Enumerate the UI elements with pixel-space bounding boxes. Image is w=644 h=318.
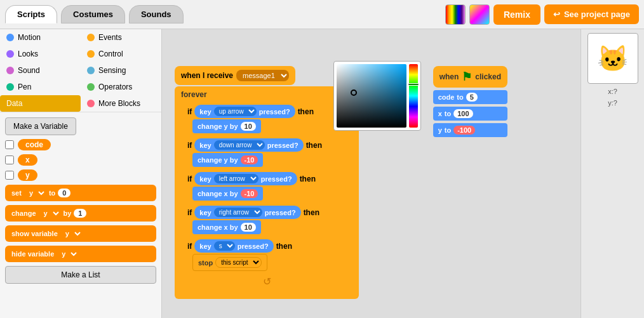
block-set-y[interactable]: set y to 0 xyxy=(5,185,156,201)
if-left-block[interactable]: if key left arrow pressed? then change x… xyxy=(177,170,356,202)
set-y-neg-label: y xyxy=(438,126,442,134)
events-dot xyxy=(87,34,95,41)
tab-scripts[interactable]: Scripts xyxy=(5,5,57,23)
category-operators-label: Operators xyxy=(98,83,132,91)
color-swatch-solid[interactable] xyxy=(469,4,490,25)
x-val: 100 xyxy=(453,109,473,118)
action-stop[interactable]: stop this script xyxy=(192,254,267,271)
hue-slider[interactable] xyxy=(409,64,418,128)
condition-s[interactable]: key s pressed? xyxy=(194,239,273,253)
category-sensing[interactable]: Sensing xyxy=(81,62,161,79)
condition-up[interactable]: key up arrow pressed? xyxy=(194,105,295,118)
sprite-y: y:? xyxy=(608,99,617,107)
category-sensing-label: Sensing xyxy=(98,66,126,75)
condition-right[interactable]: key right arrow pressed? xyxy=(194,206,300,219)
var-row-code: code xyxy=(5,139,156,150)
category-more[interactable]: More Blocks xyxy=(81,95,161,112)
block-change-y[interactable]: change y by 1 xyxy=(5,205,156,222)
var-checkbox-x[interactable] xyxy=(5,156,14,164)
action-down[interactable]: change y by -10 xyxy=(192,153,263,167)
if-right-block[interactable]: if key right arrow pressed? then change … xyxy=(177,204,356,236)
hide-var-label: hide variable xyxy=(11,250,54,258)
looks-dot xyxy=(6,50,14,58)
category-operators[interactable]: Operators xyxy=(81,79,161,95)
if-s-block[interactable]: if key s pressed? then stop this script xyxy=(177,237,356,273)
category-control[interactable]: Control xyxy=(81,46,161,62)
forever-label: forever xyxy=(177,89,356,102)
hide-var-select[interactable]: y xyxy=(57,249,79,259)
var-checkbox-code[interactable] xyxy=(5,140,14,149)
pressed-label-2: pressed? xyxy=(267,142,299,149)
show-var-select[interactable]: y xyxy=(60,229,83,239)
action-left[interactable]: change x by -10 xyxy=(192,187,263,201)
var-badge-x[interactable]: x xyxy=(18,154,37,166)
if-label-2: if xyxy=(187,141,192,150)
stop-label: stop xyxy=(198,259,213,267)
if-up-row: if key up arrow pressed? then xyxy=(187,105,354,118)
category-looks[interactable]: Looks xyxy=(0,46,81,62)
stop-select[interactable]: this script xyxy=(215,257,262,268)
action-up[interactable]: change y by 10 xyxy=(192,119,261,133)
key-select-up[interactable]: up arrow xyxy=(214,107,257,116)
remix-button[interactable]: Remix xyxy=(493,4,540,25)
block-green-flag[interactable]: when ⚑ clicked xyxy=(433,66,507,88)
key-select-left[interactable]: left arrow xyxy=(214,174,258,183)
block-set-code[interactable]: code to 5 xyxy=(433,90,507,104)
then-label-1: then xyxy=(298,107,314,116)
block-set-y-neg[interactable]: y to -100 xyxy=(433,123,507,137)
var-badge-y[interactable]: y xyxy=(18,169,37,181)
condition-left[interactable]: key left arrow pressed? xyxy=(194,172,297,185)
see-project-button[interactable]: ↩ See project page xyxy=(544,4,639,24)
sensing-dot xyxy=(87,67,95,74)
then-label-2: then xyxy=(306,141,322,150)
pressed-label: pressed? xyxy=(259,108,290,116)
then-label-5: then xyxy=(276,242,292,251)
if-label-3: if xyxy=(187,175,192,183)
key-label-2: key xyxy=(199,142,211,149)
if-down-block[interactable]: if key down arrow pressed? then change y… xyxy=(177,136,356,169)
key-select-down[interactable]: down arrow xyxy=(214,140,265,150)
category-events[interactable]: Events xyxy=(81,29,161,46)
if-label-4: if xyxy=(187,208,192,217)
color-picker[interactable] xyxy=(333,61,421,131)
block-when-receive[interactable]: when I receive message1 xyxy=(175,66,295,85)
change-var-select[interactable]: y xyxy=(39,208,61,218)
color-swatch-rainbow[interactable] xyxy=(445,4,466,25)
category-sound[interactable]: Sound xyxy=(0,62,81,79)
message-select[interactable]: message1 xyxy=(236,70,289,81)
key-select-right[interactable]: right arrow xyxy=(214,208,262,217)
set-y-neg-to: to xyxy=(445,126,451,134)
category-control-label: Control xyxy=(98,50,123,58)
set-x-label: x xyxy=(438,110,442,117)
category-pen[interactable]: Pen xyxy=(0,79,81,95)
control-dot xyxy=(87,50,95,58)
if-label-5: if xyxy=(187,242,192,251)
tab-costumes[interactable]: Costumes xyxy=(61,5,125,23)
pen-dot xyxy=(6,83,14,91)
color-spectrum[interactable] xyxy=(337,64,406,128)
if-right-row: if key right arrow pressed? then xyxy=(187,206,354,219)
set-code-to: to xyxy=(457,93,463,101)
category-motion[interactable]: Motion xyxy=(0,29,81,46)
block-show-variable[interactable]: show variable y xyxy=(5,225,156,242)
block-hide-variable[interactable]: hide variable y xyxy=(5,246,156,262)
make-list-button[interactable]: Make a List xyxy=(5,266,156,284)
var-badge-code[interactable]: code xyxy=(18,139,51,150)
set-var-select[interactable]: y xyxy=(24,188,46,198)
key-label: key xyxy=(199,108,211,116)
var-checkbox-y[interactable] xyxy=(5,171,14,180)
forever-block[interactable]: forever if key up arrow pressed? then ch… xyxy=(175,86,359,299)
if-up-block[interactable]: if key up arrow pressed? then change y b… xyxy=(177,103,356,135)
then-label-4: then xyxy=(304,208,319,217)
condition-down[interactable]: key down arrow pressed? xyxy=(194,138,303,152)
action-right[interactable]: change x by 10 xyxy=(192,220,261,234)
val-10-right: 10 xyxy=(241,223,256,232)
val-neg10-left: -10 xyxy=(241,189,258,198)
make-variable-button[interactable]: Make a Variable xyxy=(5,117,76,135)
loop-arrow: ↺ xyxy=(177,275,356,288)
tab-sounds[interactable]: Sounds xyxy=(129,5,184,23)
block-set-x[interactable]: x to 100 xyxy=(433,107,507,121)
pressed-label-3: pressed? xyxy=(261,175,292,183)
key-select-s[interactable]: s xyxy=(214,241,235,251)
category-data[interactable]: Data xyxy=(0,95,81,112)
